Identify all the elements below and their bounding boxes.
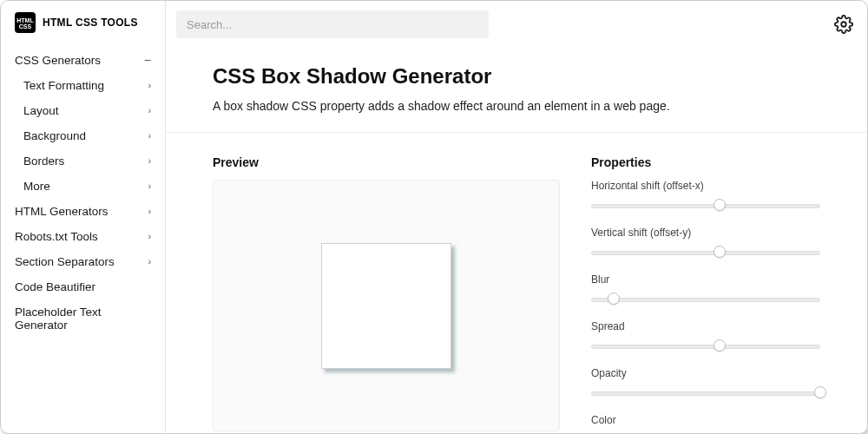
slider-track <box>591 204 820 208</box>
preview-box <box>213 180 560 431</box>
sidebar-item-text-formatting[interactable]: Text Formatting› <box>1 73 165 98</box>
sidebar-item-label: Text Formatting <box>23 79 104 92</box>
chevron-right-icon: › <box>148 81 151 90</box>
brand-name: HTML CSS TOOLS <box>43 16 138 29</box>
sidebar-item-label: Borders <box>23 155 64 168</box>
properties-heading: Properties <box>591 155 820 169</box>
slider-spread[interactable] <box>591 341 820 352</box>
chevron-right-icon: › <box>148 156 151 166</box>
brand[interactable]: HTMLCSS HTML CSS TOOLS <box>1 12 165 43</box>
sidebar-item-robots-txt-tools[interactable]: Robots.txt Tools› <box>1 224 165 249</box>
slider-thumb[interactable] <box>608 293 620 305</box>
shadow-sample <box>321 243 451 369</box>
page-title: CSS Box Shadow Generator <box>213 64 820 89</box>
slider-blur[interactable] <box>591 294 820 305</box>
slider-track <box>591 251 820 255</box>
sidebar-item-label: Layout <box>23 104 59 117</box>
gear-icon[interactable] <box>834 15 853 34</box>
sidebar-item-label: CSS Generators <box>15 54 101 67</box>
chevron-right-icon: › <box>148 181 151 191</box>
sidebar-item-label: More <box>23 180 50 193</box>
sidebar-item-section-separators[interactable]: Section Separators› <box>1 249 165 274</box>
sidebar-nav: CSS Generators−Text Formatting›Layout›Ba… <box>1 43 165 341</box>
sidebar-item-label: Section Separators <box>15 255 115 268</box>
chevron-right-icon: › <box>148 257 151 266</box>
slider-track <box>591 391 820 396</box>
sidebar-item-html-generators[interactable]: HTML Generators› <box>1 199 165 224</box>
color-label: Color <box>591 414 820 426</box>
content: CSS Box Shadow Generator A box shadow CS… <box>166 47 867 433</box>
property-label: Vertical shift (offset-y) <box>591 227 820 239</box>
sidebar-item-placeholder-text-generator[interactable]: Placeholder Text Generator <box>1 299 165 338</box>
sidebar-item-borders[interactable]: Borders› <box>1 148 165 174</box>
properties-list: Horizontal shift (offset-x)Vertical shif… <box>591 180 820 398</box>
chevron-right-icon: › <box>148 207 151 216</box>
chevron-right-icon: › <box>148 232 151 241</box>
slider-thumb[interactable] <box>713 199 726 211</box>
page-description: A box shadow CSS property adds a shadow … <box>213 99 820 113</box>
chevron-right-icon: › <box>148 131 151 141</box>
property-label: Blur <box>591 273 820 286</box>
slider-horizontal-shift-offset-x-[interactable] <box>591 201 820 211</box>
sidebar-item-label: Robots.txt Tools <box>15 230 98 243</box>
slider-track <box>591 345 820 349</box>
sidebar-item-layout[interactable]: Layout› <box>1 98 165 123</box>
sidebar-item-label: Placeholder Text Generator <box>15 306 151 332</box>
preview-heading: Preview <box>213 155 560 169</box>
slider-thumb[interactable] <box>713 339 726 352</box>
property-label: Spread <box>591 320 820 332</box>
main: CSS Box Shadow Generator A box shadow CS… <box>166 1 867 433</box>
collapse-icon: − <box>144 53 151 67</box>
sidebar-item-background[interactable]: Background› <box>1 123 165 148</box>
sidebar-item-code-beautifier[interactable]: Code Beautifier <box>1 274 165 299</box>
svg-point-0 <box>841 22 846 27</box>
property-label: Horizontal shift (offset-x) <box>591 180 820 192</box>
sidebar-item-label: Background <box>23 129 86 142</box>
sidebar-item-label: Code Beautifier <box>15 280 95 293</box>
sidebar: HTMLCSS HTML CSS TOOLS CSS Generators−Te… <box>1 1 166 433</box>
property-label: Opacity <box>591 367 820 379</box>
chevron-right-icon: › <box>148 106 151 115</box>
sidebar-item-label: HTML Generators <box>15 205 108 218</box>
sidebar-item-more[interactable]: More› <box>1 174 165 199</box>
slider-vertical-shift-offset-y-[interactable] <box>591 247 820 258</box>
search-input[interactable] <box>176 10 489 38</box>
divider <box>166 132 867 133</box>
sidebar-item-css-generators[interactable]: CSS Generators− <box>1 47 165 73</box>
brand-logo-icon: HTMLCSS <box>15 12 36 33</box>
topbar <box>166 1 867 47</box>
slider-track <box>591 298 820 302</box>
slider-thumb[interactable] <box>713 246 726 258</box>
slider-thumb[interactable] <box>814 386 826 398</box>
slider-opacity[interactable] <box>591 388 820 398</box>
